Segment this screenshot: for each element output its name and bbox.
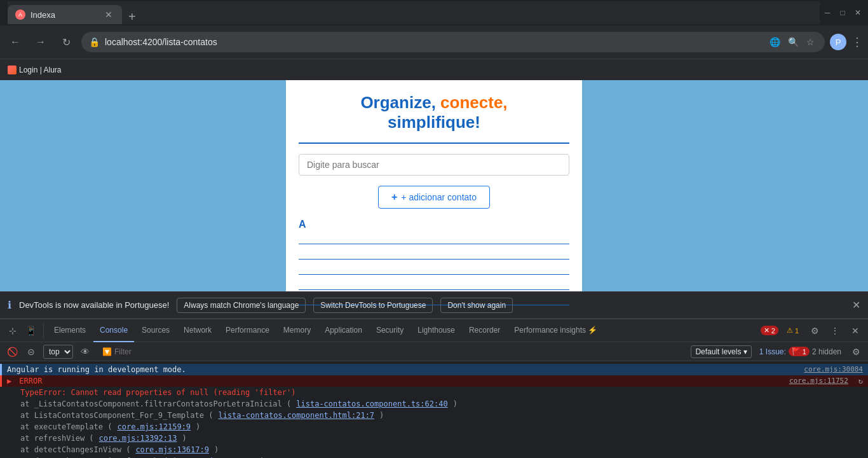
tab-lighthouse[interactable]: Lighthouse [411,319,461,342]
devtools-close-icon[interactable]: ✕ [848,323,863,338]
settings-icon[interactable]: ⚙ [807,323,822,338]
tab-security[interactable]: Security [370,319,410,342]
tab-recorder[interactable]: Recorder [463,319,506,342]
console-output: Angular is running in development mode. … [0,361,868,458]
page-right-bg [582,80,868,291]
more-tools-icon[interactable]: ⋮ [827,323,843,338]
console-repeat-icon[interactable]: ↻ [858,377,863,385]
tab-favicon: A [15,10,25,20]
bookmarks-bar: Login | Alura [0,59,868,80]
tab-memory[interactable]: Memory [277,319,317,342]
app-content: Organize, conecte, simplifique! + + adic… [286,80,582,322]
page-center: Organize, conecte, simplifique! + + adic… [286,80,582,291]
translate-icon[interactable]: 🌐 [767,34,783,50]
console-info-line: Angular is running in development mode. … [0,364,868,375]
page-content-area: Organize, conecte, simplifique! + + adic… [0,80,868,291]
stack-text-3: at refreshView ( [20,434,94,443]
close-button[interactable]: ✕ [853,8,863,18]
tab-performance[interactable]: Performance [219,319,276,342]
bookmark-icon[interactable]: ☆ [804,34,817,50]
address-bar[interactable]: 🔒 localhost:4200/lista-contatos 🌐 🔍 ☆ [81,32,825,52]
devtools-tabs-bar: ⊹ 📱 Elements Console Sources Network Per… [0,319,868,342]
filter-input[interactable] [114,347,165,356]
devtools-panel: ⊹ 📱 Elements Console Sources Network Per… [0,318,868,458]
devtools-device-icon[interactable]: 📱 [23,323,38,338]
stack-link-0[interactable]: lista-contatos.component.ts:62:40 [296,399,447,408]
error-message-text: TypeError: Cannot read properties of nul… [20,388,295,397]
issues-count-badge: 🚩 1 [789,347,810,356]
stack-link-4[interactable]: core.mjs:13617:9 [135,445,209,454]
minimize-button[interactable]: ─ [822,8,832,18]
stack-link-3[interactable]: core.mjs:13392:13 [99,434,177,443]
tab-elements[interactable]: Elements [48,319,92,342]
stack-line-4: at detectChangesInView (core.mjs:13617:9… [0,444,868,455]
bookmark-login-alura[interactable]: Login | Alura [8,66,62,74]
warning-badge: ⚠ 1 [783,326,802,335]
console-error-header: ▶ ERROR core.mjs:11752 ↻ [0,375,868,387]
refresh-button[interactable]: ↻ [56,32,76,52]
console-error-text-line: TypeError: Cannot read properties of nul… [0,387,868,398]
console-error-source[interactable]: core.mjs:11752 [789,377,848,385]
error-label: ERROR [19,377,42,385]
tab-performance-insights[interactable]: Performance insights ⚡ [508,319,604,342]
contact-line-1 [299,233,569,244]
letter-a-header: A [299,219,569,230]
active-tab[interactable]: A Indexa ✕ [8,5,122,24]
new-tab-button[interactable]: + [123,10,141,24]
warning-count: 1 [795,327,799,335]
warning-icon: ⚠ [787,326,793,335]
tab-network[interactable]: Network [177,319,218,342]
clear-console-icon[interactable]: 🚫 [5,345,19,359]
stack-line-0: at _ListaContatosComponent.filtrarContat… [0,398,868,410]
context-select[interactable]: top [43,345,73,359]
stack-line-3: at refreshView (core.mjs:13392:13) [0,433,868,444]
contact-line-2 [299,248,569,260]
contact-line-4 [299,279,569,290]
stack-link-1[interactable]: lista-contatos.component.html:21:7 [218,411,374,420]
add-contact-label: + adicionar contato [401,192,477,202]
contact-list: A [299,219,569,305]
title-underline [299,142,569,144]
stack-text-4: at detectChangesInView ( [20,445,130,454]
stack-text-2: at executeTemplate ( [20,422,112,431]
console-settings-icon[interactable]: ⊝ [24,345,38,359]
window-controls: ─ □ ✕ [822,8,863,18]
devtools-tabs-right: ✕ 2 ⚠ 1 ⚙ ⋮ ✕ [761,323,863,338]
chrome-menu-icon[interactable]: ⋮ [851,35,863,49]
stack-line-5: at detectChangesInViewIfAttached (core.m… [0,455,868,458]
maximize-button[interactable]: □ [837,8,848,18]
app-title: Organize, conecte, simplifique! [299,93,569,132]
tab-console[interactable]: Console [93,319,134,342]
forward-button[interactable]: → [31,32,51,52]
tab-application[interactable]: Application [318,319,369,342]
stack-line-2: at executeTemplate (core.mjs:12159:9) [0,421,868,433]
console-info-text: Angular is running in development mode. [7,365,186,374]
stack-paren-2: ) [196,422,200,431]
stack-paren-4: ) [214,445,219,454]
add-contact-container: + + adicionar contato [299,176,569,209]
devtools-select-icon[interactable]: ⊹ [5,323,20,338]
switch-devtools-language-button[interactable]: Switch DevTools to Portuguese [313,298,433,313]
tab-sources[interactable]: Sources [135,319,176,342]
always-match-language-button[interactable]: Always match Chrome's language [177,298,306,313]
dont-show-again-button[interactable]: Don't show again [440,298,513,313]
stack-link-2[interactable]: core.mjs:12159:9 [118,422,191,431]
zoom-icon[interactable]: 🔍 [785,34,801,50]
notification-close-button[interactable]: ✕ [852,299,860,311]
add-contact-button[interactable]: + + adicionar contato [378,186,490,209]
back-button[interactable]: ← [5,32,25,52]
console-info-source[interactable]: core.mjs:30084 [804,365,863,373]
search-input[interactable] [299,154,569,176]
plus-icon: + [391,191,397,203]
stack-paren-0: ) [453,399,458,408]
default-levels-dropdown[interactable]: Default levels ▾ [691,345,751,358]
notification-text: DevTools is now available in Portuguese! [19,300,169,310]
console-toolbar: 🚫 ⊝ top 👁 🔽 Default levels ▾ 1 Issue: 🚩 … [0,342,868,361]
filter-icon: 🔽 [102,347,112,356]
tab-close-button[interactable]: ✕ [103,9,114,20]
profile-icon[interactable]: P [830,34,846,50]
eye-icon[interactable]: 👁 [78,345,92,359]
issues-badge: 1 Issue: 🚩 1 2 hidden [759,347,841,356]
console-settings-gear-icon[interactable]: ⚙ [849,345,863,359]
bookmark-label: Login | Alura [19,66,62,74]
